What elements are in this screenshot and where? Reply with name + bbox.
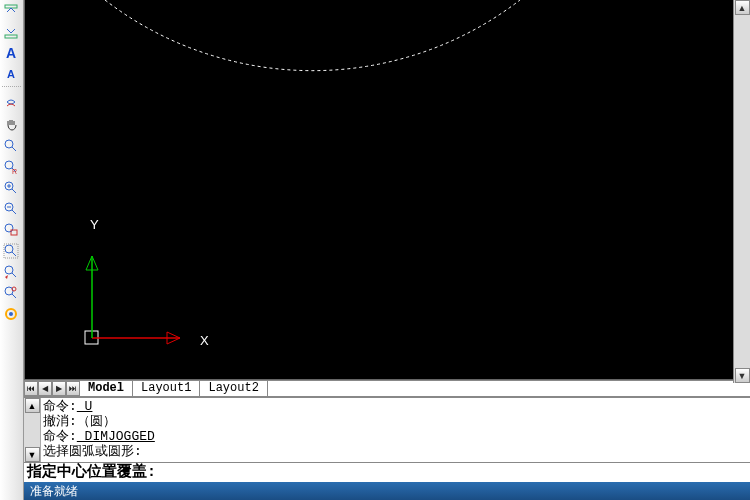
svg-line-10 xyxy=(12,189,16,193)
tab-model[interactable]: Model xyxy=(80,381,133,396)
svg-rect-0 xyxy=(5,5,17,8)
toolbar-separator xyxy=(2,86,21,91)
svg-point-19 xyxy=(5,266,13,274)
zoom-previous-icon[interactable] xyxy=(0,261,22,282)
axis-y-label: Y xyxy=(90,217,99,232)
svg-point-7 xyxy=(5,182,13,190)
vertical-scrollbar[interactable]: ▲ ▼ xyxy=(733,0,750,383)
svg-point-16 xyxy=(5,245,13,253)
svg-point-11 xyxy=(5,203,13,211)
zoom-in-icon[interactable] xyxy=(0,177,22,198)
ucs-icon xyxy=(85,256,180,344)
svg-rect-18 xyxy=(4,244,18,258)
left-toolbar: A A R xyxy=(0,0,24,500)
svg-point-22 xyxy=(12,287,16,291)
cmd-scrollbar[interactable]: ▲ ▼ xyxy=(24,398,41,462)
svg-line-21 xyxy=(12,294,16,298)
tab-layout1[interactable]: Layout1 xyxy=(133,381,200,396)
svg-line-5 xyxy=(12,168,16,172)
pan-hand-icon[interactable] xyxy=(0,114,22,135)
svg-point-20 xyxy=(5,287,13,295)
status-bar: 准备就绪 xyxy=(24,482,750,500)
cmd-scroll-up-icon[interactable]: ▲ xyxy=(25,398,40,413)
main-area: X Y ▲ ▼ ⏮ ◀ ▶ ⏭ Model Layout1 Layout2 ▲ … xyxy=(24,0,750,500)
zoom-extents-icon[interactable] xyxy=(0,240,22,261)
svg-line-17 xyxy=(12,252,16,256)
drawing-canvas[interactable]: X Y xyxy=(24,0,750,380)
svg-point-4 xyxy=(5,161,13,169)
svg-text:R: R xyxy=(12,168,17,175)
command-input[interactable]: 指定中心位置覆盖: xyxy=(24,462,750,482)
align-bottom-icon[interactable] xyxy=(0,21,22,42)
realtime-zoom-icon[interactable] xyxy=(0,93,22,114)
scroll-up-icon[interactable]: ▲ xyxy=(735,0,750,15)
arc-shape[interactable] xyxy=(105,0,520,71)
align-top-icon[interactable] xyxy=(0,0,22,21)
tab-layout2[interactable]: Layout2 xyxy=(200,381,267,396)
scroll-down-icon[interactable]: ▼ xyxy=(735,368,750,383)
cmd-scroll-down-icon[interactable]: ▼ xyxy=(25,447,40,462)
text-small-icon[interactable]: A xyxy=(0,63,22,84)
svg-point-23 xyxy=(6,309,16,319)
svg-line-13 xyxy=(12,210,16,214)
zoom-region-icon[interactable] xyxy=(0,135,22,156)
regen-icon[interactable] xyxy=(0,303,22,324)
svg-rect-15 xyxy=(11,230,17,235)
svg-point-2 xyxy=(5,140,13,148)
command-lines: 命令: U 撤消:（圆） 命令: DIMJOGGED 选择圆弧或圆形: xyxy=(41,398,750,462)
tab-next-icon[interactable]: ▶ xyxy=(52,381,66,396)
tab-first-icon[interactable]: ⏮ xyxy=(24,381,38,396)
command-history: ▲ ▼ 命令: U 撤消:（圆） 命令: DIMJOGGED 选择圆弧或圆形: xyxy=(24,397,750,462)
svg-line-3 xyxy=(12,147,16,151)
svg-rect-1 xyxy=(5,35,17,38)
zoom-realtime-icon[interactable]: R xyxy=(0,156,22,177)
svg-point-24 xyxy=(9,312,13,316)
svg-point-14 xyxy=(5,224,13,232)
tab-prev-icon[interactable]: ◀ xyxy=(38,381,52,396)
layout-tabs: ⏮ ◀ ▶ ⏭ Model Layout1 Layout2 xyxy=(24,380,750,397)
zoom-object-icon[interactable] xyxy=(0,282,22,303)
zoom-out-icon[interactable] xyxy=(0,198,22,219)
axis-x-label: X xyxy=(200,333,209,348)
tab-last-icon[interactable]: ⏭ xyxy=(66,381,80,396)
zoom-window-icon[interactable] xyxy=(0,219,22,240)
text-large-icon[interactable]: A xyxy=(0,42,22,63)
